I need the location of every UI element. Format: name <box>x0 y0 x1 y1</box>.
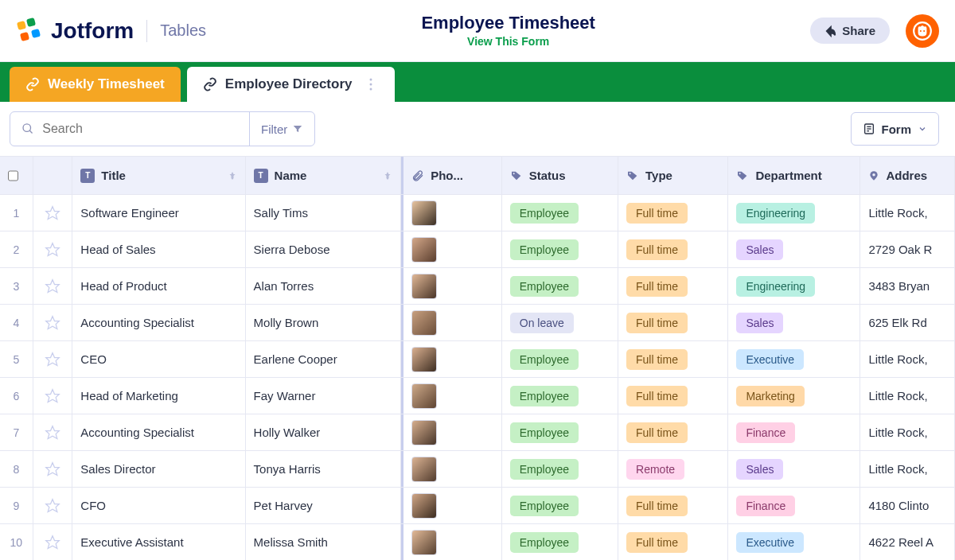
user-avatar[interactable] <box>906 14 939 48</box>
cell-type[interactable]: Full time <box>618 488 728 523</box>
cell-title[interactable]: Accounting Specialist <box>72 414 245 450</box>
cell-type[interactable]: Full time <box>618 231 728 267</box>
table-row[interactable]: 8Sales DirectorTonya HarrisEmployeeRemot… <box>0 451 955 488</box>
row-star[interactable] <box>33 524 73 560</box>
cell-department[interactable]: Engineering <box>728 195 860 231</box>
cell-name[interactable]: Sally Tims <box>246 195 402 231</box>
search-box[interactable] <box>10 112 249 146</box>
tab-weekly-timesheet[interactable]: Weekly Timesheet <box>10 67 181 102</box>
cell-title[interactable]: Executive Assistant <box>72 524 245 560</box>
cell-title[interactable]: Head of Product <box>72 268 245 304</box>
cell-address[interactable]: Little Rock, <box>860 451 955 487</box>
cell-type[interactable]: Full time <box>618 378 728 414</box>
cell-department[interactable]: Sales <box>728 305 860 340</box>
column-header-photo[interactable]: Pho... <box>401 157 502 194</box>
row-star[interactable] <box>33 488 73 523</box>
cell-status[interactable]: Employee <box>502 524 618 560</box>
cell-address[interactable]: Little Rock, <box>860 414 955 450</box>
cell-department[interactable]: Sales <box>728 451 860 487</box>
cell-address[interactable]: 4180 Clinto <box>860 488 955 523</box>
table-row[interactable]: 5CEOEarlene CooperEmployeeFull timeExecu… <box>0 341 955 378</box>
cell-department[interactable]: Finance <box>728 488 860 523</box>
cell-title[interactable]: Accounting Specialist <box>72 305 245 340</box>
cell-status[interactable]: Employee <box>502 268 618 304</box>
column-header-status[interactable]: Status <box>502 157 618 194</box>
cell-name[interactable]: Alan Torres <box>246 268 402 304</box>
cell-name[interactable]: Fay Warner <box>246 378 402 414</box>
cell-name[interactable]: Melissa Smith <box>246 524 402 560</box>
cell-photo[interactable] <box>401 305 502 340</box>
cell-department[interactable]: Marketing <box>728 378 860 414</box>
pin-icon[interactable] <box>228 170 237 181</box>
cell-photo[interactable] <box>401 488 502 523</box>
cell-type[interactable]: Full time <box>618 524 728 560</box>
tab-employee-directory[interactable]: Employee Directory <box>187 67 396 102</box>
table-row[interactable]: 2Head of SalesSierra DeboseEmployeeFull … <box>0 231 955 268</box>
table-row[interactable]: 9CFOPet HarveyEmployeeFull timeFinance41… <box>0 488 955 524</box>
cell-title[interactable]: CEO <box>72 341 245 377</box>
share-button[interactable]: Share <box>810 18 890 44</box>
cell-title[interactable]: Head of Sales <box>72 231 245 267</box>
table-row[interactable]: 10Executive AssistantMelissa SmithEmploy… <box>0 524 955 560</box>
cell-photo[interactable] <box>401 414 502 450</box>
cell-type[interactable]: Full time <box>618 305 728 340</box>
cell-address[interactable]: Little Rock, <box>860 195 955 231</box>
cell-type[interactable]: Full time <box>618 414 728 450</box>
column-header-name[interactable]: T Name <box>246 157 402 194</box>
cell-name[interactable]: Tonya Harris <box>246 451 402 487</box>
row-star[interactable] <box>33 378 73 414</box>
cell-name[interactable]: Molly Brown <box>246 305 402 340</box>
cell-address[interactable]: Little Rock, <box>860 341 955 377</box>
brand-logo[interactable]: Jotform <box>16 17 134 45</box>
cell-name[interactable]: Sierra Debose <box>246 231 402 267</box>
table-row[interactable]: 7Accounting SpecialistHolly WalkerEmploy… <box>0 414 955 451</box>
cell-status[interactable]: Employee <box>502 451 618 487</box>
table-row[interactable]: 1Software EngineerSally TimsEmployeeFull… <box>0 195 955 231</box>
column-header-title[interactable]: T Title <box>72 157 245 194</box>
row-star[interactable] <box>33 195 73 231</box>
cell-name[interactable]: Pet Harvey <box>246 488 402 523</box>
cell-photo[interactable] <box>401 231 502 267</box>
cell-type[interactable]: Full time <box>618 268 728 304</box>
cell-name[interactable]: Holly Walker <box>246 414 402 450</box>
cell-status[interactable]: Employee <box>502 378 618 414</box>
cell-status[interactable]: Employee <box>502 195 618 231</box>
cell-address[interactable]: 4622 Reel A <box>860 524 955 560</box>
cell-department[interactable]: Executive <box>728 524 860 560</box>
search-input[interactable] <box>42 122 238 136</box>
select-all-checkbox[interactable] <box>8 169 18 182</box>
cell-address[interactable]: 625 Elk Rd <box>860 305 955 340</box>
cell-title[interactable]: Software Engineer <box>72 195 245 231</box>
cell-photo[interactable] <box>401 524 502 560</box>
cell-photo[interactable] <box>401 451 502 487</box>
cell-type[interactable]: Full time <box>618 195 728 231</box>
cell-status[interactable]: Employee <box>502 231 618 267</box>
cell-type[interactable]: Full time <box>618 341 728 377</box>
cell-status[interactable]: Employee <box>502 414 618 450</box>
cell-department[interactable]: Sales <box>728 231 860 267</box>
row-star[interactable] <box>33 414 73 450</box>
pin-icon[interactable] <box>383 170 392 181</box>
cell-department[interactable]: Executive <box>728 341 860 377</box>
cell-title[interactable]: CFO <box>72 488 245 523</box>
row-star[interactable] <box>33 231 73 267</box>
view-form-link[interactable]: View This Form <box>467 35 549 48</box>
filter-button[interactable]: Filter <box>249 112 314 146</box>
form-view-button[interactable]: Form <box>851 112 940 146</box>
cell-title[interactable]: Sales Director <box>72 451 245 487</box>
cell-type[interactable]: Remote <box>618 451 728 487</box>
row-star[interactable] <box>33 451 73 487</box>
cell-name[interactable]: Earlene Cooper <box>246 341 402 377</box>
cell-department[interactable]: Engineering <box>728 268 860 304</box>
cell-photo[interactable] <box>401 268 502 304</box>
row-star[interactable] <box>33 305 73 340</box>
cell-photo[interactable] <box>401 378 502 414</box>
product-label[interactable]: Tables <box>160 21 206 40</box>
table-row[interactable]: 6Head of MarketingFay WarnerEmployeeFull… <box>0 378 955 414</box>
row-star[interactable] <box>33 341 73 377</box>
cell-department[interactable]: Finance <box>728 414 860 450</box>
column-header-address[interactable]: Addres <box>860 157 955 194</box>
cell-status[interactable]: Employee <box>502 488 618 523</box>
cell-photo[interactable] <box>401 195 502 231</box>
select-all-cell[interactable] <box>0 157 33 194</box>
